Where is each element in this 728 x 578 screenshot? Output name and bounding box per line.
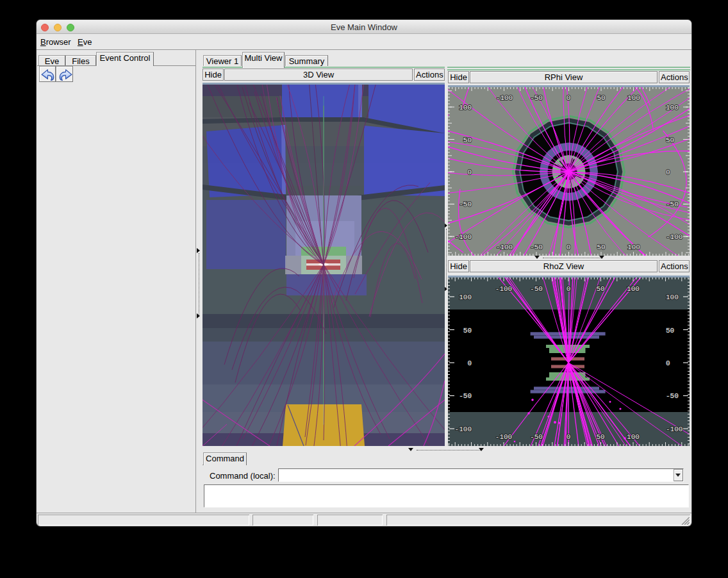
svg-text:0: 0 <box>567 94 571 102</box>
svg-text:100: 100 <box>627 433 640 441</box>
svg-text:-100: -100 <box>666 425 682 433</box>
svg-text:0: 0 <box>467 169 472 176</box>
svg-text:50: 50 <box>596 433 604 441</box>
svg-text:-100: -100 <box>455 425 472 433</box>
svg-text:-50: -50 <box>530 244 543 251</box>
svg-text:0: 0 <box>567 433 571 441</box>
svg-text:0: 0 <box>467 359 472 367</box>
svg-text:0: 0 <box>567 244 571 251</box>
svg-text:-50: -50 <box>459 201 472 208</box>
svg-text:100: 100 <box>627 285 640 293</box>
svg-text:0: 0 <box>666 359 670 367</box>
svg-text:-50: -50 <box>530 433 543 441</box>
svg-text:-100: -100 <box>455 233 472 241</box>
svg-text:0: 0 <box>666 169 670 176</box>
svg-text:-50: -50 <box>530 285 543 293</box>
svg-text:50: 50 <box>666 327 674 334</box>
svg-text:0: 0 <box>567 285 571 293</box>
svg-text:100: 100 <box>666 293 679 301</box>
svg-text:50: 50 <box>597 244 605 251</box>
svg-text:100: 100 <box>459 104 472 111</box>
svg-text:100: 100 <box>627 94 640 102</box>
svg-text:-50: -50 <box>530 94 543 102</box>
svg-text:50: 50 <box>597 94 605 102</box>
svg-text:-100: -100 <box>496 94 513 102</box>
svg-text:-100: -100 <box>496 244 513 251</box>
svg-text:50: 50 <box>596 285 604 293</box>
svg-text:-100: -100 <box>495 433 512 441</box>
svg-text:50: 50 <box>463 136 472 144</box>
svg-text:100: 100 <box>666 104 679 111</box>
svg-text:50: 50 <box>463 327 472 334</box>
svg-text:100: 100 <box>627 244 640 251</box>
svg-text:50: 50 <box>666 136 674 144</box>
svg-text:-50: -50 <box>666 201 679 208</box>
svg-text:-100: -100 <box>495 285 512 293</box>
svg-text:-100: -100 <box>666 233 682 241</box>
svg-text:-50: -50 <box>459 392 472 400</box>
svg-text:100: 100 <box>459 293 472 301</box>
svg-text:-50: -50 <box>666 392 679 400</box>
